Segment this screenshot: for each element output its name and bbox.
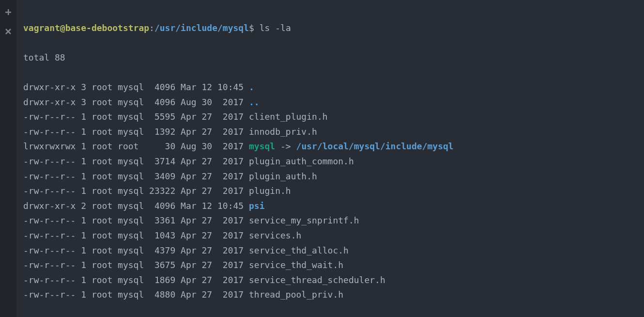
list-item: -rw-r--r-- 1 root mysql 4379 Apr 27 2017…	[23, 243, 637, 258]
dir-name: psi	[249, 201, 265, 211]
list-item: -rw-r--r-- 1 root mysql 1869 Apr 27 2017…	[23, 273, 637, 288]
file-meta: -rw-r--r-- 1 root mysql 3361 Apr 27 2017	[23, 215, 249, 225]
file-name: innodb_priv.h	[249, 127, 317, 137]
file-name: service_my_snprintf.h	[249, 215, 359, 225]
file-name: plugin.h	[249, 186, 291, 196]
file-meta: -rw-r--r-- 1 root mysql 1869 Apr 27 2017	[23, 275, 249, 285]
list-item: -rw-r--r-- 1 root mysql 3361 Apr 27 2017…	[23, 213, 637, 228]
list-item: -rw-r--r-- 1 root mysql 23322 Apr 27 201…	[23, 184, 637, 199]
list-item: -rw-r--r-- 1 root mysql 4880 Apr 27 2017…	[23, 287, 637, 302]
symlink-arrow: ->	[275, 141, 296, 151]
list-item: -rw-r--r-- 1 root mysql 5595 Apr 27 2017…	[23, 110, 637, 125]
plus-icon[interactable]	[4, 6, 12, 14]
file-meta: -rw-r--r-- 1 root mysql 1043 Apr 27 2017	[23, 230, 249, 240]
file-meta: drwxr-xr-x 2 root mysql 4096 Mar 12 10:4…	[23, 201, 249, 211]
file-name: plugin_auth_common.h	[249, 156, 354, 166]
file-listing: drwxr-xr-x 3 root mysql 4096 Mar 12 10:4…	[23, 80, 637, 302]
prompt-line: vagrant@base-debootstrap:/usr/include/my…	[23, 21, 637, 36]
close-icon[interactable]	[4, 25, 12, 33]
file-name: service_thread_scheduler.h	[249, 275, 385, 285]
file-name: service_thd_wait.h	[249, 260, 343, 270]
user-host: vagrant@base-debootstrap	[23, 23, 149, 33]
file-meta: -rw-r--r-- 1 root mysql 3409 Apr 27 2017	[23, 171, 249, 181]
file-name: client_plugin.h	[249, 111, 328, 122]
list-item: drwxr-xr-x 3 root mysql 4096 Aug 30 2017…	[23, 95, 637, 110]
file-meta: drwxr-xr-x 3 root mysql 4096 Mar 12 10:4…	[23, 82, 249, 92]
list-item: -rw-r--r-- 1 root mysql 3409 Apr 27 2017…	[23, 169, 637, 184]
file-meta: -rw-r--r-- 1 root mysql 1392 Apr 27 2017	[23, 127, 249, 137]
svg-rect-1	[5, 12, 11, 13]
dir-name: ..	[249, 97, 260, 107]
list-item: lrwxrwxrwx 1 root root 30 Aug 30 2017 my…	[23, 139, 637, 154]
cwd-path: /usr/include/mysql	[154, 23, 249, 33]
list-item: -rw-r--r-- 1 root mysql 3714 Apr 27 2017…	[23, 154, 637, 169]
file-name: services.h	[249, 230, 301, 240]
file-name: service_thd_alloc.h	[249, 245, 349, 255]
file-meta: -rw-r--r-- 1 root mysql 4379 Apr 27 2017	[23, 245, 249, 255]
prompt-dollar: $	[249, 23, 260, 33]
command-text: ls -la	[260, 23, 291, 33]
dir-name: .	[249, 82, 254, 92]
file-meta: -rw-r--r-- 1 root mysql 4880 Apr 27 2017	[23, 289, 249, 300]
prompt-colon: :	[149, 23, 154, 33]
terminal-output[interactable]: vagrant@base-debootstrap:/usr/include/my…	[16, 0, 644, 317]
file-meta: -rw-r--r-- 1 root mysql 5595 Apr 27 2017	[23, 111, 249, 122]
file-name: plugin_auth.h	[249, 171, 317, 181]
file-meta: -rw-r--r-- 1 root mysql 3714 Apr 27 2017	[23, 156, 249, 166]
file-meta: -rw-r--r-- 1 root mysql 3675 Apr 27 2017	[23, 260, 249, 270]
total-line: total 88	[23, 50, 637, 65]
symlink-name: mysql	[249, 141, 275, 151]
list-item: -rw-r--r-- 1 root mysql 1043 Apr 27 2017…	[23, 228, 637, 243]
list-item: -rw-r--r-- 1 root mysql 3675 Apr 27 2017…	[23, 258, 637, 273]
editor-gutter	[0, 0, 16, 317]
list-item: drwxr-xr-x 3 root mysql 4096 Mar 12 10:4…	[23, 80, 637, 95]
file-name: thread_pool_priv.h	[249, 289, 343, 300]
file-meta: -rw-r--r-- 1 root mysql 23322 Apr 27 201…	[23, 186, 249, 196]
file-meta: lrwxrwxrwx 1 root root 30 Aug 30 2017	[23, 141, 249, 151]
list-item: -rw-r--r-- 1 root mysql 1392 Apr 27 2017…	[23, 125, 637, 140]
list-item: drwxr-xr-x 2 root mysql 4096 Mar 12 10:4…	[23, 199, 637, 214]
symlink-target: /usr/local/mysql/include/mysql	[296, 141, 454, 151]
file-meta: drwxr-xr-x 3 root mysql 4096 Aug 30 2017	[23, 97, 249, 107]
